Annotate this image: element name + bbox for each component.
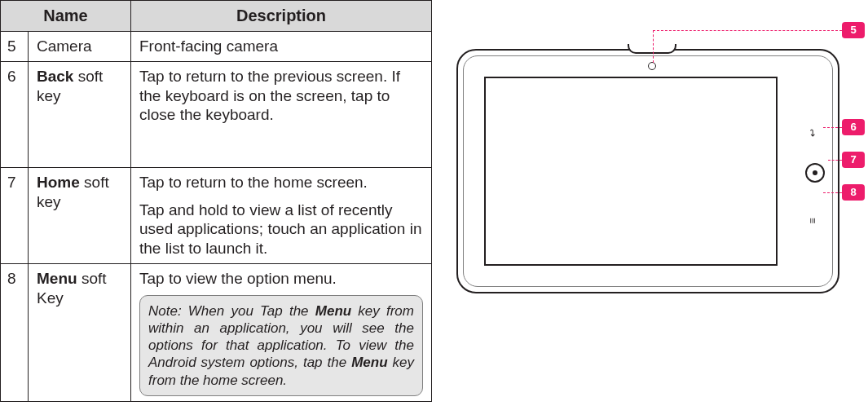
row-number: 8 <box>1 263 29 401</box>
header-description: Description <box>131 1 432 32</box>
leader-line <box>653 30 842 31</box>
row-number: 6 <box>1 61 29 167</box>
callout-5: 5 <box>842 22 865 38</box>
camera-icon <box>648 62 656 70</box>
device-screen <box>484 77 778 266</box>
menu-key-icon: ≡ <box>807 210 818 232</box>
callout-7: 7 <box>842 152 865 168</box>
row-description: Front-facing camera <box>131 32 432 62</box>
row-name: Menu soft Key <box>29 263 131 401</box>
row-number: 7 <box>1 167 29 263</box>
note-box: Note: When you Tap the Menu key from wit… <box>139 295 423 396</box>
row-description: Tap to return to the home screen. Tap an… <box>131 167 432 263</box>
table-row: 6 Back soft key Tap to return to the pre… <box>1 61 432 167</box>
callout-6: 6 <box>842 119 865 135</box>
row-description: Tap to view the option menu. Note: When … <box>131 263 432 401</box>
leader-line <box>828 160 842 161</box>
leader-line <box>823 127 842 128</box>
table-row: 8 Menu soft Key Tap to view the option m… <box>1 263 432 401</box>
row-name: Home soft key <box>29 167 131 263</box>
callout-8: 8 <box>842 184 865 201</box>
leader-line <box>653 30 654 63</box>
top-notch <box>628 44 676 54</box>
table-row: 5 Camera Front-facing camera <box>1 32 432 62</box>
row-number: 5 <box>1 32 29 62</box>
header-name: Name <box>1 1 131 32</box>
row-description: Tap to return to the previous screen. If… <box>131 61 432 167</box>
parts-table: Name Description 5 Camera Front-facing c… <box>0 0 432 402</box>
row-name: Back soft key <box>29 61 131 167</box>
leader-line <box>823 192 842 193</box>
row-name: Camera <box>29 32 131 62</box>
home-key-icon <box>805 163 825 183</box>
device-illustration: ↩ ≡ <box>456 49 839 293</box>
back-key-icon: ↩ <box>807 122 818 143</box>
table-row: 7 Home soft key Tap to return to the hom… <box>1 167 432 263</box>
